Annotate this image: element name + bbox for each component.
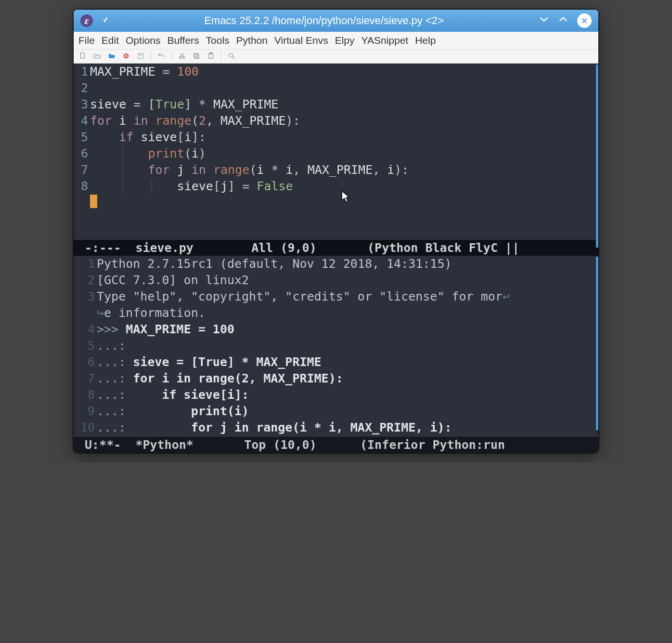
menu-python[interactable]: Python: [236, 35, 268, 46]
repl-content: ...:: [97, 338, 133, 354]
line-number: 5: [74, 129, 90, 145]
close-icon[interactable]: [577, 13, 592, 28]
repl-content: ↪e information.: [97, 305, 206, 321]
emacs-window: ε Emacs 25.2.2 /home/jon/python/sieve/si…: [74, 10, 598, 453]
copy-icon[interactable]: [192, 52, 201, 60]
line-number: 2: [74, 80, 90, 96]
maximize-icon[interactable]: [558, 14, 569, 27]
source-line[interactable]: 8 │ │ sieve[j] = False: [74, 178, 598, 195]
repl-line[interactable]: 4>>> MAX_PRIME = 100: [74, 321, 598, 338]
source-line[interactable]: 3sieve = [True] * MAX_PRIME: [74, 96, 598, 113]
open-file-icon[interactable]: [93, 52, 102, 60]
line-number: 4: [74, 321, 97, 338]
cut-icon[interactable]: [178, 52, 186, 60]
svg-point-12: [229, 53, 233, 57]
code-content: │ │ sieve[j] = False: [90, 178, 293, 195]
source-line[interactable]: 2: [74, 80, 598, 96]
line-number: 4: [74, 113, 90, 129]
text-cursor: [90, 195, 97, 208]
editor-area: 1MAX_PRIME = 10023sieve = [True] * MAX_P…: [74, 64, 598, 453]
repl-content: ...: for i in range(2, MAX_PRIME):: [97, 370, 343, 387]
line-number: 1: [74, 256, 97, 272]
repl-content: ...: print(i): [97, 403, 249, 420]
minimize-icon[interactable]: [539, 14, 549, 27]
source-line[interactable]: 6 │ print(i): [74, 145, 598, 162]
source-line[interactable]: 7 │ for j in range(i * i, MAX_PRIME, i):: [74, 162, 598, 178]
svg-rect-8: [195, 54, 199, 58]
source-line[interactable]: 1MAX_PRIME = 100: [74, 64, 598, 80]
svg-rect-4: [138, 53, 143, 59]
svg-rect-9: [194, 53, 198, 57]
toolbar: [74, 50, 598, 64]
line-number: 2: [74, 272, 97, 289]
paste-icon[interactable]: [207, 52, 215, 60]
svg-rect-2: [80, 53, 84, 58]
menu-virtual-envs[interactable]: Virtual Envs: [274, 35, 328, 46]
menu-elpy[interactable]: Elpy: [335, 35, 355, 46]
repl-line[interactable]: 5...:: [74, 338, 598, 354]
repl-content: ...: sieve = [True] * MAX_PRIME: [97, 354, 322, 370]
window-controls: [539, 13, 592, 28]
menu-help[interactable]: Help: [415, 35, 436, 46]
mouse-pointer-icon: [341, 190, 351, 207]
line-number: 8: [74, 387, 97, 403]
menu-edit[interactable]: Edit: [102, 35, 119, 46]
repl-line[interactable]: 10...: for j in range(i * i, MAX_PRIME, …: [74, 420, 598, 436]
scrollbar-bottom[interactable]: [596, 257, 598, 430]
repl-line[interactable]: 2[GCC 7.3.0] on linux2: [74, 272, 598, 289]
repl-line[interactable]: 7...: for i in range(2, MAX_PRIME):: [74, 370, 598, 387]
modeline-repl[interactable]: U:**- *Python* Top (10,0) (Inferior Pyth…: [74, 437, 598, 453]
menu-yasnippet[interactable]: YASnippet: [362, 35, 409, 46]
repl-content: Python 2.7.15rc1 (default, Nov 12 2018, …: [97, 256, 452, 272]
code-content: for i in range(2, MAX_PRIME):: [90, 113, 300, 129]
line-number: 6: [74, 145, 90, 162]
new-file-icon[interactable]: [78, 52, 87, 60]
repl-content: >>> MAX_PRIME = 100: [97, 321, 234, 338]
svg-point-6: [180, 56, 181, 58]
code-content: MAX_PRIME = 100: [90, 64, 199, 80]
undo-icon[interactable]: [157, 52, 166, 60]
toolbar-divider: [221, 52, 221, 60]
search-icon[interactable]: [227, 52, 236, 60]
line-number: 1: [74, 64, 90, 80]
source-line[interactable]: 5 if sieve[i]:: [74, 129, 598, 145]
repl-content: ...: if sieve[i]:: [97, 387, 249, 403]
svg-point-7: [182, 56, 184, 58]
line-number: 3: [74, 289, 97, 305]
toolbar-divider: [151, 52, 151, 60]
line-number: [74, 305, 97, 321]
repl-line[interactable]: 3Type "help", "copyright", "credits" or …: [74, 289, 598, 305]
save-icon[interactable]: [136, 52, 145, 60]
repl-pane[interactable]: 1Python 2.7.15rc1 (default, Nov 12 2018,…: [74, 256, 598, 437]
menu-buffers[interactable]: Buffers: [167, 35, 199, 46]
emacs-app-icon: ε: [80, 14, 93, 27]
window-title: Emacs 25.2.2 /home/jon/python/sieve/siev…: [109, 14, 539, 27]
line-number: 7: [74, 370, 97, 387]
repl-content: Type "help", "copyright", "credits" or "…: [97, 289, 510, 305]
code-content: if sieve[i]:: [90, 129, 206, 145]
titlebar[interactable]: ε Emacs 25.2.2 /home/jon/python/sieve/si…: [74, 10, 598, 32]
source-line[interactable]: 4for i in range(2, MAX_PRIME):: [74, 113, 598, 129]
menu-file[interactable]: File: [78, 35, 95, 46]
line-number: 9: [74, 403, 97, 420]
source-pane[interactable]: 1MAX_PRIME = 10023sieve = [True] * MAX_P…: [74, 64, 598, 240]
code-content: │ for j in range(i * i, MAX_PRIME, i):: [90, 162, 409, 178]
svg-rect-5: [139, 53, 142, 55]
repl-line[interactable]: 6...: sieve = [True] * MAX_PRIME: [74, 354, 598, 370]
pin-icon[interactable]: [101, 14, 109, 27]
line-number: 3: [74, 96, 90, 113]
line-number: 7: [74, 162, 90, 178]
close-red-icon[interactable]: [122, 52, 130, 60]
line-number: 10: [74, 420, 97, 436]
scrollbar-top[interactable]: [596, 65, 598, 248]
modeline-source[interactable]: -:--- sieve.py All (9,0) (Python Black F…: [74, 240, 598, 256]
repl-line[interactable]: ↪e information.: [74, 305, 598, 321]
repl-content: ...: for j in range(i * i, MAX_PRIME, i)…: [97, 420, 452, 436]
menu-tools[interactable]: Tools: [206, 35, 230, 46]
folder-icon[interactable]: [107, 52, 116, 60]
repl-line[interactable]: 9...: print(i): [74, 403, 598, 420]
repl-line[interactable]: 1Python 2.7.15rc1 (default, Nov 12 2018,…: [74, 256, 598, 272]
code-content: sieve = [True] * MAX_PRIME: [90, 96, 278, 113]
menu-options[interactable]: Options: [126, 35, 160, 46]
repl-line[interactable]: 8...: if sieve[i]:: [74, 387, 598, 403]
